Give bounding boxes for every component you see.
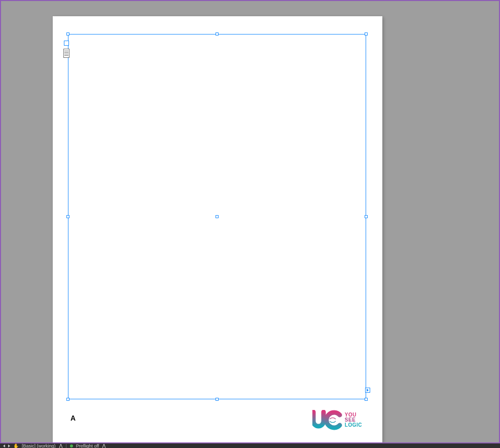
logo-text-line3: LOGIC xyxy=(345,423,362,428)
resize-handle-top-middle[interactable] xyxy=(216,32,219,36)
preflight-profile-label[interactable]: [Basic] (working) xyxy=(22,443,56,449)
resize-handle-bottom-middle[interactable] xyxy=(216,398,219,401)
text-in-port[interactable] xyxy=(64,41,69,46)
preflight-status-dot-icon xyxy=(70,444,73,447)
frame-center-point[interactable] xyxy=(216,215,219,218)
status-separator: | xyxy=(66,443,67,449)
dropdown-chevron-icon[interactable] xyxy=(102,444,106,448)
resize-handle-bottom-left[interactable] xyxy=(66,398,69,401)
dropdown-chevron-icon[interactable] xyxy=(59,444,63,448)
resize-handle-middle-right[interactable] xyxy=(365,215,368,218)
footer-logo: YOU SEE LOGIC xyxy=(312,410,362,430)
hand-icon[interactable]: ✋ xyxy=(13,443,19,449)
status-bar: ✋ [Basic] (working) | Preflight off xyxy=(0,442,500,448)
page-nav-next-icon[interactable] xyxy=(8,444,10,447)
resize-handle-top-left[interactable] xyxy=(66,32,69,36)
resize-handle-top-right[interactable] xyxy=(365,32,368,36)
preflight-status-label[interactable]: Preflight off xyxy=(76,443,99,449)
resize-handle-middle-left[interactable] xyxy=(66,215,69,218)
text-threading-widget[interactable] xyxy=(63,49,69,58)
resize-handle-bottom-right[interactable] xyxy=(365,398,368,401)
text-out-port[interactable] xyxy=(365,388,370,393)
page[interactable]: A Y xyxy=(53,16,382,442)
logo-text: YOU SEE LOGIC xyxy=(345,412,362,428)
page-nav-prev-icon[interactable] xyxy=(3,444,5,447)
document-canvas[interactable]: A Y xyxy=(1,1,499,442)
selected-text-frame[interactable] xyxy=(68,34,366,399)
master-page-marker: A xyxy=(70,414,76,422)
logo-mark-icon xyxy=(312,410,343,430)
